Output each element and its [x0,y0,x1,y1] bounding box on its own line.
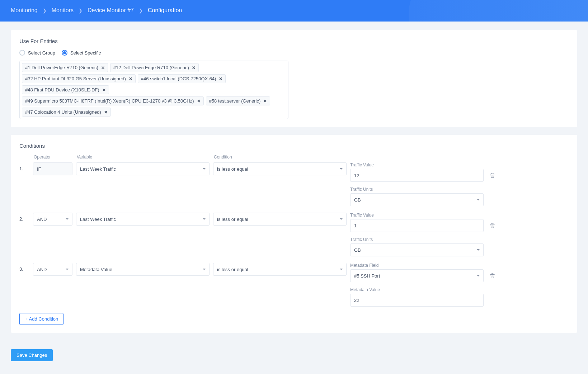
chevron-down-icon [477,275,480,276]
entity-tag: #32 HP ProLiant DL320 G5 Server (Unassig… [22,74,136,83]
entity-tag: #49 Supermicro 5037MC-H8TRF (Intel(R) Xe… [22,96,204,105]
entity-tag-label: #48 First PDU Device (X10SLE-DF) [25,87,99,93]
radio-icon [19,50,25,56]
condition-value: is less or equal [217,267,248,272]
remove-tag-icon[interactable]: ✕ [192,65,196,70]
value-field-group: Metadata Value [350,287,484,307]
radio-select-group[interactable]: Select Group [19,50,55,56]
add-condition-label: Add Condition [29,316,58,322]
entity-tag: #58 test.server (Generic)✕ [206,96,271,105]
chevron-down-icon [477,199,480,200]
value-select-value: #5 SSH Port [354,273,380,279]
entity-tag-input[interactable]: #1 Dell PowerEdge R710 (Generic)✕#12 Del… [19,61,288,119]
value-field-label: Traffic Units [350,187,484,192]
radio-label: Select Group [28,50,55,56]
variable-value: Metadata Value [80,267,112,272]
chevron-down-icon [340,218,343,220]
chevron-right-icon: ❯ [79,8,83,13]
chevron-down-icon [203,218,206,220]
variable-value: Last Week Traffic [80,217,116,222]
value-field-group: Traffic Value [350,213,484,232]
delete-condition-button[interactable] [487,219,497,232]
conditions-header-row: Operator Variable Condition [19,155,569,160]
remove-tag-icon[interactable]: ✕ [129,76,132,81]
condition-value-group: Traffic ValueTraffic UnitsGB [350,213,484,256]
value-field-group: Traffic UnitsGB [350,187,484,206]
variable-value: Last Week Traffic [80,166,116,172]
condition-select[interactable]: is less or equal [213,213,347,226]
save-changes-button[interactable]: Save Changes [11,349,53,361]
entities-card: Use For Entities Select Group Select Spe… [11,30,577,127]
col-variable: Variable [76,155,210,160]
radio-label: Select Specific [70,50,101,56]
value-select[interactable]: GB [350,243,484,256]
chevron-right-icon: ❯ [139,8,143,13]
value-select[interactable]: GB [350,193,484,206]
value-field-label: Traffic Value [350,213,484,218]
value-field-group: Metadata Field#5 SSH Port [350,263,484,282]
condition-row: 1.IFLast Week Trafficis less or equalTra… [19,162,569,206]
entities-title: Use For Entities [19,38,569,44]
entity-tag: #1 Dell PowerEdge R710 (Generic)✕ [22,63,108,72]
entity-tag-label: #49 Supermicro 5037MC-H8TRF (Intel(R) Xe… [25,98,194,104]
col-operator: Operator [33,155,72,160]
entity-tag-label: #46 switch1.local (DCS-7250QX-64) [141,76,216,81]
conditions-title: Conditions [19,143,569,149]
remove-tag-icon[interactable]: ✕ [102,87,106,93]
entity-tag: #48 First PDU Device (X10SLE-DF)✕ [22,85,109,94]
condition-select[interactable]: is less or equal [213,263,347,276]
entity-tag: #12 Dell PowerEdge R710 (Generic)✕ [110,63,199,72]
remove-tag-icon[interactable]: ✕ [101,65,105,70]
remove-tag-icon[interactable]: ✕ [197,99,201,104]
entity-tag-label: #32 HP ProLiant DL320 G5 Server (Unassig… [25,76,126,81]
operator-select[interactable]: AND [33,263,72,276]
condition-row-number: 3. [19,263,29,272]
conditions-card: Conditions Operator Variable Condition 1… [11,135,577,333]
condition-select[interactable]: is less or equal [213,162,347,175]
remove-tag-icon[interactable]: ✕ [263,99,267,104]
operator-static: IF [33,162,72,175]
variable-select[interactable]: Last Week Traffic [76,162,210,175]
page-header: Monitoring ❯ Monitors ❯ Device Monitor #… [0,0,588,22]
condition-row-number: 2. [19,213,29,222]
plus-icon: + [25,316,28,322]
entity-tag: #46 switch1.local (DCS-7250QX-64)✕ [138,74,226,83]
radio-select-specific[interactable]: Select Specific [62,50,101,56]
entity-tag: #47 Colocation 4 Units (Unassigned)✕ [22,108,111,117]
add-condition-button[interactable]: + Add Condition [19,313,63,325]
delete-condition-button[interactable] [487,169,497,182]
breadcrumb-monitoring[interactable]: Monitoring [11,7,38,14]
operator-select[interactable]: AND [33,213,72,226]
remove-tag-icon[interactable]: ✕ [104,110,108,115]
value-select-value: GB [354,197,361,203]
variable-select[interactable]: Last Week Traffic [76,213,210,226]
value-input[interactable] [350,169,484,182]
value-field-label: Traffic Value [350,162,484,167]
operator-value: AND [37,217,47,222]
condition-value-group: Metadata Field#5 SSH PortMetadata Value [350,263,484,307]
delete-condition-button[interactable] [487,269,497,282]
value-input[interactable] [350,294,484,307]
breadcrumb-device-monitor[interactable]: Device Monitor #7 [88,7,134,14]
radio-icon [62,50,67,56]
chevron-down-icon [340,269,343,270]
breadcrumb-current: Configuration [148,7,182,14]
condition-row: 2.ANDLast Week Trafficis less or equalTr… [19,213,569,256]
value-input[interactable] [350,219,484,232]
breadcrumb-monitors[interactable]: Monitors [52,7,74,14]
condition-value: is less or equal [217,166,248,172]
chevron-down-icon [203,269,206,270]
chevron-right-icon: ❯ [43,8,47,13]
chevron-down-icon [477,249,480,251]
condition-value: is less or equal [217,217,248,222]
value-field-group: Traffic Value [350,162,484,182]
variable-select[interactable]: Metadata Value [76,263,210,276]
breadcrumb: Monitoring ❯ Monitors ❯ Device Monitor #… [11,7,577,14]
remove-tag-icon[interactable]: ✕ [219,76,222,81]
entity-tag-label: #1 Dell PowerEdge R710 (Generic) [25,65,98,70]
value-select[interactable]: #5 SSH Port [350,269,484,282]
value-field-label: Traffic Units [350,237,484,242]
entity-tag-label: #12 Dell PowerEdge R710 (Generic) [113,65,189,70]
entity-tag-label: #47 Colocation 4 Units (Unassigned) [25,109,101,115]
condition-row-number: 1. [19,162,29,171]
